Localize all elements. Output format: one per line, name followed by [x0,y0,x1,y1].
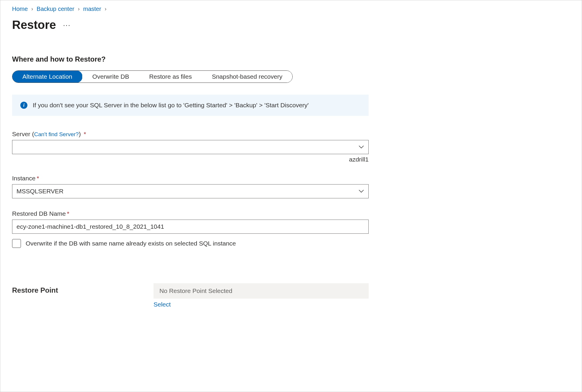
discovery-info-box: i If you don't see your SQL Server in th… [12,95,369,116]
breadcrumb: Home › Backup center › master › [12,6,570,12]
chevron-right-icon: › [78,6,80,12]
restore-point-select-link[interactable]: Select [154,301,369,308]
restore-point-value: No Restore Point Selected [154,283,369,299]
instance-selected-value: MSSQLSERVER [17,188,64,195]
restored-db-name-input[interactable] [17,223,364,230]
cant-find-server-link[interactable]: Can't find Server? [34,131,79,137]
breadcrumb-backup-center[interactable]: Backup center [37,6,74,12]
tab-restore-as-files[interactable]: Restore as files [139,71,202,83]
tab-overwrite-db[interactable]: Overwrite DB [82,71,139,83]
restored-db-name-input-wrapper [12,220,369,234]
server-select[interactable] [12,140,369,154]
page-title: Restore [12,18,56,32]
breadcrumb-master[interactable]: master [83,6,101,12]
instance-label: Instance* [12,175,369,182]
restored-db-label: Restored DB Name* [12,210,369,217]
overwrite-checkbox[interactable] [12,239,21,248]
chevron-down-icon [358,145,364,149]
server-label: Server (Can't find Server?) * [12,131,369,138]
more-actions-icon[interactable]: ··· [63,21,71,29]
chevron-down-icon [358,190,364,193]
required-indicator: * [84,131,86,137]
instance-select[interactable]: MSSQLSERVER [12,184,369,198]
restore-point-heading: Restore Point [12,283,154,294]
info-icon: i [20,102,27,109]
where-how-heading: Where and how to Restore? [12,55,570,63]
restore-mode-tabs: Alternate Location Overwrite DB Restore … [12,70,293,83]
chevron-right-icon: › [105,6,106,12]
required-indicator: * [37,175,39,182]
required-indicator: * [67,210,69,217]
tab-alternate-location[interactable]: Alternate Location [12,70,83,83]
info-text: If you don't see your SQL Server in the … [33,102,309,109]
breadcrumb-home[interactable]: Home [12,6,28,12]
chevron-right-icon: › [31,6,33,12]
server-helper-text: azdrill1 [12,156,369,163]
tab-snapshot-recovery[interactable]: Snapshot-based recovery [202,71,292,83]
overwrite-checkbox-label: Overwrite if the DB with same name alrea… [26,240,236,247]
